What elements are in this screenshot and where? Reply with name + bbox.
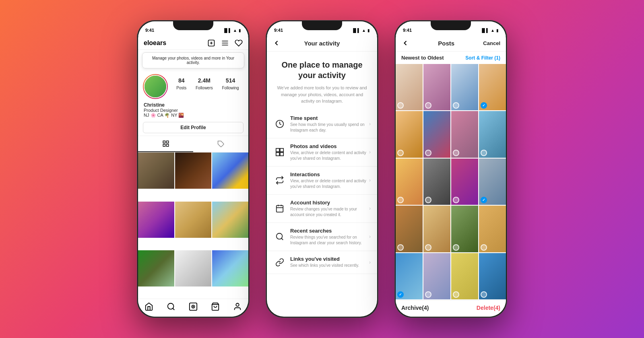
status-time-1: 9:41 [145, 28, 154, 33]
nav-profile[interactable] [233, 302, 242, 311]
grid-item-9[interactable] [212, 250, 248, 286]
post-item-12[interactable]: ✓ [479, 159, 506, 205]
grid-item-3[interactable] [212, 153, 248, 189]
grid-item-6[interactable] [212, 202, 248, 238]
signal-icon: ▐▌▌ [223, 28, 231, 33]
menu-icon[interactable] [221, 39, 229, 47]
menu-desc-time: See how much time you usually spend on I… [290, 122, 369, 133]
photos-icon [273, 146, 286, 159]
grid-item-1[interactable] [138, 153, 174, 189]
menu-item-account[interactable]: Account history Review changes you've ma… [267, 195, 377, 223]
svg-rect-9 [166, 144, 168, 146]
nav-reels[interactable] [189, 302, 198, 311]
svg-rect-23 [277, 206, 283, 212]
hero-title: One place to manage your activity [275, 60, 369, 80]
menu-desc-interactions: View, archive or delete content and acti… [290, 178, 369, 190]
menu-text-links: Links you've visited See which links you… [290, 256, 369, 268]
activity-header: Your activity [267, 36, 377, 52]
heart-icon[interactable] [235, 39, 243, 47]
status-bar-1: 9:41 ▐▌▌ ▲ ▮ [138, 21, 248, 36]
search-icon [273, 230, 286, 243]
menu-item-photos[interactable]: Photos and videos View, archive or delet… [267, 138, 377, 167]
back-button-3[interactable] [401, 39, 409, 47]
menu-desc-searches: Review things you've searched for on Ins… [290, 235, 369, 246]
post-item-15[interactable] [451, 206, 478, 252]
grid-item-7[interactable] [138, 250, 174, 286]
profile-location: NJ 🌸 CA 🌴 NY 🌇 [144, 113, 243, 118]
nav-shop[interactable] [211, 302, 220, 311]
svg-line-12 [173, 308, 174, 310]
grid-item-2[interactable] [175, 153, 211, 189]
svg-point-15 [193, 306, 194, 307]
menu-item-interactions[interactable]: Interactions View, archive or delete con… [267, 167, 377, 195]
menu-text-photos: Photos and videos View, archive or delet… [290, 143, 369, 161]
post-item-7[interactable] [451, 111, 478, 157]
status-time-3: 9:41 [403, 28, 412, 33]
svg-rect-22 [280, 153, 283, 156]
tag-icon [217, 140, 225, 148]
post-item-10[interactable] [423, 159, 450, 205]
menu-title-time: Time spent [290, 115, 369, 121]
edit-profile-button[interactable]: Edit Profile [143, 122, 244, 133]
delete-button[interactable]: Delete(4) [477, 305, 500, 311]
post-item-16[interactable] [479, 206, 506, 252]
grid-item-8[interactable] [175, 250, 211, 286]
following-count: 514 [222, 77, 239, 84]
posts-label: Posts [176, 86, 186, 90]
menu-title-searches: Recent searches [290, 228, 369, 234]
menu-text-account: Account history Review changes you've ma… [290, 200, 369, 218]
activity-title: Your activity [304, 40, 340, 47]
post-item-14[interactable] [423, 206, 450, 252]
post-item-9[interactable] [396, 159, 423, 205]
profile-name: Christine [144, 102, 243, 108]
sort-filter-button[interactable]: Sort & Filter (1) [465, 55, 500, 61]
post-item-20[interactable] [479, 253, 506, 299]
menu-title-account: Account history [290, 200, 369, 206]
archive-button[interactable]: Archive(4) [401, 305, 477, 311]
post-item-3[interactable] [451, 64, 478, 110]
post-item-1[interactable] [396, 64, 423, 110]
avatar-ring [143, 74, 168, 99]
tab-grid[interactable] [138, 136, 193, 152]
svg-rect-21 [276, 153, 279, 156]
menu-title-links: Links you've visited [290, 256, 369, 262]
post-item-2[interactable] [423, 64, 450, 110]
menu-item-time[interactable]: Time spent See how much time you usually… [267, 110, 377, 138]
chevron-icon-2: › [369, 177, 371, 183]
nav-search[interactable] [167, 302, 175, 311]
nav-home[interactable] [144, 302, 153, 311]
following-stat: 514 Following [222, 77, 239, 91]
tab-tagged[interactable] [193, 136, 248, 152]
post-item-8[interactable] [479, 111, 506, 157]
post-item-11[interactable] [451, 159, 478, 205]
profile-section: 84 Posts 2.4M Followers 514 Following [138, 71, 248, 101]
battery-icon: ▮ [239, 28, 241, 33]
menu-item-searches[interactable]: Recent searches Review things you've sea… [267, 223, 377, 251]
avatar-image [144, 76, 166, 97]
menu-text-time: Time spent See how much time you usually… [290, 115, 369, 133]
add-icon[interactable] [207, 39, 215, 47]
menu-title-photos: Photos and videos [290, 143, 369, 149]
status-icons-2: ▐▌▌ ▲ ▮ [352, 28, 370, 33]
posts-header: Posts Cancel [396, 36, 506, 52]
post-item-6[interactable] [423, 111, 450, 157]
post-item-13[interactable] [396, 206, 423, 252]
post-item-19[interactable] [451, 253, 478, 299]
posts-bottom-bar: Archive(4) Delete(4) [396, 300, 506, 317]
chevron-icon-5: › [369, 260, 371, 265]
post-item-18[interactable] [423, 253, 450, 299]
svg-rect-20 [280, 148, 283, 152]
menu-item-links[interactable]: Links you've visited See which links you… [267, 251, 377, 274]
back-button-2[interactable] [272, 39, 281, 47]
menu-desc-account: Review changes you've made to your accou… [290, 206, 369, 218]
hero-description: We've added more tools for you to review… [275, 84, 369, 105]
grid-item-4[interactable] [138, 202, 174, 238]
post-item-5[interactable] [396, 111, 423, 157]
grid-item-5[interactable] [175, 202, 211, 238]
cancel-button[interactable]: Cancel [483, 40, 500, 46]
svg-rect-7 [166, 141, 168, 143]
activity-menu: Time spent See how much time you usually… [267, 110, 377, 317]
post-item-4[interactable]: ✓ [479, 64, 506, 110]
photo-grid [138, 153, 248, 299]
post-item-17[interactable]: ✓ [396, 253, 423, 299]
